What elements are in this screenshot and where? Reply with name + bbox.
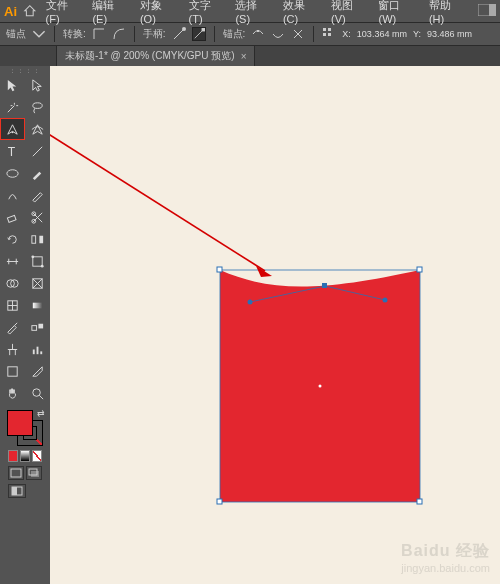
curvature-tool[interactable] <box>25 118 50 140</box>
convert-corner-icon[interactable] <box>92 27 106 41</box>
watermark-brand: Baidu 经验 <box>401 541 490 562</box>
menu-help[interactable]: 帮助(H) <box>426 0 468 27</box>
menu-object[interactable]: 对象(O) <box>137 0 180 27</box>
center-point <box>319 385 322 388</box>
anchor-point[interactable] <box>217 499 222 504</box>
gradient-mode-icon[interactable] <box>20 450 30 462</box>
cut-path-icon[interactable] <box>291 27 305 41</box>
ellipse-tool[interactable] <box>0 162 25 184</box>
convert-label: 转换: <box>63 27 86 41</box>
remove-anchor-icon[interactable] <box>251 27 265 41</box>
y-value[interactable]: 93.486 mm <box>427 29 472 39</box>
watermark: Baidu 经验 jingyan.baidu.com <box>401 541 490 574</box>
svg-text:T: T <box>8 145 16 159</box>
selection-tool[interactable] <box>0 74 25 96</box>
direct-selection-tool[interactable] <box>25 74 50 96</box>
menu-view[interactable]: 视图(V) <box>328 0 369 27</box>
eraser-tool[interactable] <box>0 206 25 228</box>
draw-behind-icon[interactable] <box>26 466 42 480</box>
artwork <box>50 66 500 584</box>
svg-point-8 <box>33 102 42 108</box>
type-tool[interactable]: T <box>0 140 25 162</box>
svg-rect-5 <box>328 28 331 31</box>
convert-smooth-icon[interactable] <box>112 27 126 41</box>
tools-panel: ：：：： T <box>0 66 50 584</box>
document-tab-bar: 未标题-1* @ 200% (CMYK/GPU 预览) × <box>0 46 500 66</box>
menu-effect[interactable]: 效果(C) <box>280 0 322 27</box>
svg-rect-32 <box>33 349 35 354</box>
bezier-handle[interactable] <box>248 300 253 305</box>
shape-builder-tool[interactable] <box>0 272 25 294</box>
slice-tool[interactable] <box>25 360 50 382</box>
svg-point-36 <box>33 388 41 396</box>
anchor-point[interactable] <box>217 267 222 272</box>
svg-rect-17 <box>39 235 43 243</box>
bezier-handle[interactable] <box>383 298 388 303</box>
free-transform-tool[interactable] <box>25 250 50 272</box>
svg-line-11 <box>33 146 42 155</box>
menu-text[interactable]: 文字(T) <box>186 0 227 27</box>
dropdown-icon[interactable] <box>32 27 46 41</box>
annotation-arrow-head <box>256 266 272 277</box>
eyedropper-tool[interactable] <box>0 316 25 338</box>
svg-rect-16 <box>32 235 36 243</box>
svg-point-20 <box>41 264 44 267</box>
menu-edit[interactable]: 编辑(E) <box>89 0 130 27</box>
lasso-tool[interactable] <box>25 96 50 118</box>
none-mode-icon[interactable] <box>32 450 42 462</box>
svg-point-2 <box>182 27 186 31</box>
x-value[interactable]: 103.364 mm <box>357 29 407 39</box>
x-label: X: <box>342 29 351 39</box>
join-anchor-icon[interactable] <box>271 27 285 41</box>
mesh-tool[interactable] <box>0 294 25 316</box>
menu-select[interactable]: 选择(S) <box>232 0 273 27</box>
rotate-tool[interactable] <box>0 228 25 250</box>
home-icon[interactable] <box>23 4 37 18</box>
artboard-tool[interactable] <box>0 360 25 382</box>
screen-mode-icon[interactable] <box>8 484 26 498</box>
draw-normal-icon[interactable] <box>8 466 24 480</box>
line-tool[interactable] <box>25 140 50 162</box>
swap-fill-stroke-icon[interactable]: ⇄ <box>37 408 45 418</box>
reflect-tool[interactable] <box>25 228 50 250</box>
perspective-tool[interactable] <box>25 272 50 294</box>
canvas[interactable]: Baidu 经验 jingyan.baidu.com <box>50 66 500 584</box>
blend-tool[interactable] <box>25 316 50 338</box>
shaper-tool[interactable] <box>0 184 25 206</box>
handle-show-icon[interactable] <box>172 27 186 41</box>
anchors-label: 锚点: <box>223 27 246 41</box>
pen-tool[interactable] <box>0 118 25 140</box>
svg-rect-1 <box>489 4 496 16</box>
fill-swatch[interactable] <box>7 410 33 436</box>
pencil-tool[interactable] <box>25 184 50 206</box>
svg-rect-33 <box>37 346 39 354</box>
column-graph-tool[interactable] <box>25 338 50 360</box>
svg-rect-6 <box>323 33 326 36</box>
anchor-point[interactable] <box>417 499 422 504</box>
menu-file[interactable]: 文件(F) <box>43 0 84 27</box>
document-tab[interactable]: 未标题-1* @ 200% (CMYK/GPU 预览) × <box>56 45 255 66</box>
svg-rect-30 <box>32 325 37 330</box>
svg-rect-35 <box>8 366 17 375</box>
menu-window[interactable]: 窗口(W) <box>375 0 419 27</box>
layout-icon[interactable] <box>478 4 496 18</box>
paintbrush-tool[interactable] <box>25 162 50 184</box>
color-mode-icon[interactable] <box>8 450 18 462</box>
anchor-point[interactable] <box>322 283 327 288</box>
fill-stroke-swatch[interactable]: ⇄ <box>7 410 43 446</box>
svg-rect-4 <box>323 28 326 31</box>
symbol-sprayer-tool[interactable] <box>0 338 25 360</box>
close-tab-icon[interactable]: × <box>241 51 247 62</box>
svg-rect-29 <box>33 302 42 308</box>
align-icon[interactable] <box>322 27 336 41</box>
zoom-tool[interactable] <box>25 382 50 404</box>
annotation-arrow-line <box>50 116 265 271</box>
width-tool[interactable] <box>0 250 25 272</box>
handle-hide-icon[interactable] <box>192 27 206 41</box>
gradient-tool[interactable] <box>25 294 50 316</box>
scissors-tool[interactable] <box>25 206 50 228</box>
anchor-point[interactable] <box>417 267 422 272</box>
magic-wand-tool[interactable] <box>0 96 25 118</box>
svg-point-12 <box>7 169 18 177</box>
hand-tool[interactable] <box>0 382 25 404</box>
